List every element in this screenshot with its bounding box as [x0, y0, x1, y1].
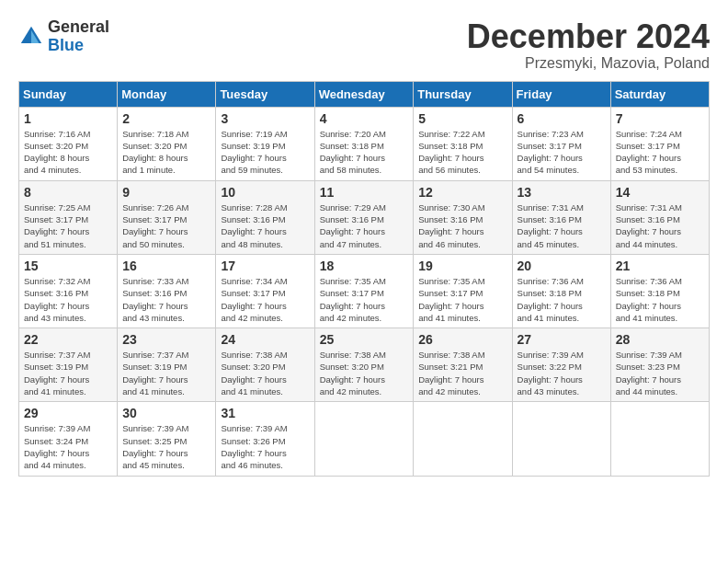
- day-number: 26: [418, 332, 506, 347]
- col-sunday: Sunday: [19, 81, 118, 107]
- day-info: Sunrise: 7:31 AM Sunset: 3:16 PM Dayligh…: [616, 201, 704, 250]
- day-number: 28: [616, 332, 704, 347]
- day-info: Sunrise: 7:19 AM Sunset: 3:19 PM Dayligh…: [221, 128, 309, 177]
- col-wednesday: Wednesday: [314, 81, 414, 107]
- day-info: Sunrise: 7:23 AM Sunset: 3:17 PM Dayligh…: [518, 128, 606, 177]
- day-number: 20: [518, 259, 606, 273]
- logo-icon: [18, 24, 44, 50]
- calendar-cell: 5Sunrise: 7:22 AM Sunset: 3:18 PM Daylig…: [414, 107, 512, 180]
- day-info: Sunrise: 7:16 AM Sunset: 3:20 PM Dayligh…: [24, 128, 112, 177]
- calendar-cell: 12Sunrise: 7:30 AM Sunset: 3:16 PM Dayli…: [414, 180, 512, 254]
- calendar-cell: 11Sunrise: 7:29 AM Sunset: 3:16 PM Dayli…: [314, 180, 414, 254]
- day-number: 31: [221, 406, 309, 420]
- day-number: 27: [518, 332, 606, 347]
- day-number: 17: [221, 259, 309, 273]
- day-info: Sunrise: 7:22 AM Sunset: 3:18 PM Dayligh…: [418, 128, 506, 177]
- day-number: 22: [24, 332, 112, 347]
- day-number: 10: [221, 185, 309, 200]
- calendar-row: 8Sunrise: 7:25 AM Sunset: 3:17 PM Daylig…: [19, 180, 710, 254]
- calendar-cell: 21Sunrise: 7:36 AM Sunset: 3:18 PM Dayli…: [610, 254, 709, 327]
- day-info: Sunrise: 7:36 AM Sunset: 3:18 PM Dayligh…: [518, 275, 606, 324]
- calendar-cell: 7Sunrise: 7:24 AM Sunset: 3:17 PM Daylig…: [610, 107, 709, 180]
- calendar: Sunday Monday Tuesday Wednesday Thursday…: [18, 81, 710, 477]
- logo-blue: Blue: [48, 37, 109, 55]
- day-number: 24: [221, 332, 309, 347]
- calendar-cell: 23Sunrise: 7:37 AM Sunset: 3:19 PM Dayli…: [118, 328, 216, 402]
- calendar-cell: 2Sunrise: 7:18 AM Sunset: 3:20 PM Daylig…: [118, 107, 216, 180]
- col-tuesday: Tuesday: [216, 81, 314, 107]
- day-number: 23: [122, 332, 210, 347]
- day-info: Sunrise: 7:30 AM Sunset: 3:16 PM Dayligh…: [418, 201, 506, 250]
- calendar-cell: [512, 402, 610, 476]
- day-number: 5: [418, 111, 506, 126]
- calendar-cell: 15Sunrise: 7:32 AM Sunset: 3:16 PM Dayli…: [19, 254, 118, 327]
- day-number: 3: [221, 111, 309, 126]
- day-info: Sunrise: 7:31 AM Sunset: 3:16 PM Dayligh…: [518, 201, 606, 250]
- calendar-cell: 30Sunrise: 7:39 AM Sunset: 3:25 PM Dayli…: [118, 402, 216, 476]
- calendar-cell: 26Sunrise: 7:38 AM Sunset: 3:21 PM Dayli…: [414, 328, 512, 402]
- calendar-cell: 18Sunrise: 7:35 AM Sunset: 3:17 PM Dayli…: [314, 254, 414, 327]
- day-info: Sunrise: 7:39 AM Sunset: 3:25 PM Dayligh…: [122, 422, 210, 471]
- day-number: 18: [320, 259, 409, 273]
- day-info: Sunrise: 7:26 AM Sunset: 3:17 PM Dayligh…: [122, 201, 210, 250]
- col-saturday: Saturday: [610, 81, 709, 107]
- calendar-cell: 25Sunrise: 7:38 AM Sunset: 3:20 PM Dayli…: [314, 328, 414, 402]
- day-number: 15: [24, 259, 112, 273]
- day-info: Sunrise: 7:39 AM Sunset: 3:22 PM Dayligh…: [518, 349, 606, 397]
- calendar-cell: 4Sunrise: 7:20 AM Sunset: 3:18 PM Daylig…: [314, 107, 414, 180]
- calendar-cell: 29Sunrise: 7:39 AM Sunset: 3:24 PM Dayli…: [19, 402, 118, 476]
- calendar-row: 22Sunrise: 7:37 AM Sunset: 3:19 PM Dayli…: [19, 328, 710, 402]
- logo: General Blue: [18, 18, 109, 55]
- calendar-cell: [314, 402, 414, 476]
- calendar-cell: 22Sunrise: 7:37 AM Sunset: 3:19 PM Dayli…: [19, 328, 118, 402]
- day-info: Sunrise: 7:37 AM Sunset: 3:19 PM Dayligh…: [122, 349, 210, 397]
- day-info: Sunrise: 7:24 AM Sunset: 3:17 PM Dayligh…: [616, 128, 704, 177]
- calendar-cell: 20Sunrise: 7:36 AM Sunset: 3:18 PM Dayli…: [512, 254, 610, 327]
- col-friday: Friday: [512, 81, 610, 107]
- calendar-row: 29Sunrise: 7:39 AM Sunset: 3:24 PM Dayli…: [19, 402, 710, 476]
- day-info: Sunrise: 7:38 AM Sunset: 3:21 PM Dayligh…: [418, 349, 506, 397]
- calendar-cell: 17Sunrise: 7:34 AM Sunset: 3:17 PM Dayli…: [216, 254, 314, 327]
- calendar-cell: 19Sunrise: 7:35 AM Sunset: 3:17 PM Dayli…: [414, 254, 512, 327]
- day-number: 9: [122, 185, 210, 200]
- day-info: Sunrise: 7:28 AM Sunset: 3:16 PM Dayligh…: [221, 201, 309, 250]
- day-number: 29: [24, 406, 112, 420]
- calendar-cell: 10Sunrise: 7:28 AM Sunset: 3:16 PM Dayli…: [216, 180, 314, 254]
- calendar-cell: [414, 402, 512, 476]
- page-header: General Blue December 2024 Przesmyki, Ma…: [18, 18, 710, 72]
- day-number: 4: [320, 111, 409, 126]
- day-number: 2: [122, 111, 210, 126]
- day-number: 14: [616, 185, 704, 200]
- title-section: December 2024 Przesmyki, Mazovia, Poland: [467, 18, 710, 72]
- day-info: Sunrise: 7:32 AM Sunset: 3:16 PM Dayligh…: [24, 275, 112, 324]
- day-info: Sunrise: 7:35 AM Sunset: 3:17 PM Dayligh…: [418, 275, 506, 324]
- day-number: 1: [24, 111, 112, 126]
- day-info: Sunrise: 7:38 AM Sunset: 3:20 PM Dayligh…: [221, 349, 309, 397]
- day-number: 30: [122, 406, 210, 420]
- day-info: Sunrise: 7:39 AM Sunset: 3:26 PM Dayligh…: [221, 422, 309, 471]
- calendar-row: 15Sunrise: 7:32 AM Sunset: 3:16 PM Dayli…: [19, 254, 710, 327]
- day-number: 7: [616, 111, 704, 126]
- day-info: Sunrise: 7:34 AM Sunset: 3:17 PM Dayligh…: [221, 275, 309, 324]
- day-number: 12: [418, 185, 506, 200]
- calendar-cell: 16Sunrise: 7:33 AM Sunset: 3:16 PM Dayli…: [118, 254, 216, 327]
- day-info: Sunrise: 7:38 AM Sunset: 3:20 PM Dayligh…: [320, 349, 409, 397]
- day-number: 11: [320, 185, 409, 200]
- day-info: Sunrise: 7:29 AM Sunset: 3:16 PM Dayligh…: [320, 201, 409, 250]
- day-info: Sunrise: 7:25 AM Sunset: 3:17 PM Dayligh…: [24, 201, 112, 250]
- day-number: 16: [122, 259, 210, 273]
- day-info: Sunrise: 7:39 AM Sunset: 3:23 PM Dayligh…: [616, 349, 704, 397]
- day-number: 25: [320, 332, 409, 347]
- day-number: 8: [24, 185, 112, 200]
- calendar-cell: 27Sunrise: 7:39 AM Sunset: 3:22 PM Dayli…: [512, 328, 610, 402]
- calendar-cell: 1Sunrise: 7:16 AM Sunset: 3:20 PM Daylig…: [19, 107, 118, 180]
- calendar-cell: 8Sunrise: 7:25 AM Sunset: 3:17 PM Daylig…: [19, 180, 118, 254]
- calendar-cell: [610, 402, 709, 476]
- logo-general: General: [48, 18, 109, 37]
- day-number: 21: [616, 259, 704, 273]
- calendar-cell: 3Sunrise: 7:19 AM Sunset: 3:19 PM Daylig…: [216, 107, 314, 180]
- month-title: December 2024: [467, 18, 710, 55]
- calendar-cell: 6Sunrise: 7:23 AM Sunset: 3:17 PM Daylig…: [512, 107, 610, 180]
- logo-text: General Blue: [48, 18, 109, 55]
- day-info: Sunrise: 7:35 AM Sunset: 3:17 PM Dayligh…: [320, 275, 409, 324]
